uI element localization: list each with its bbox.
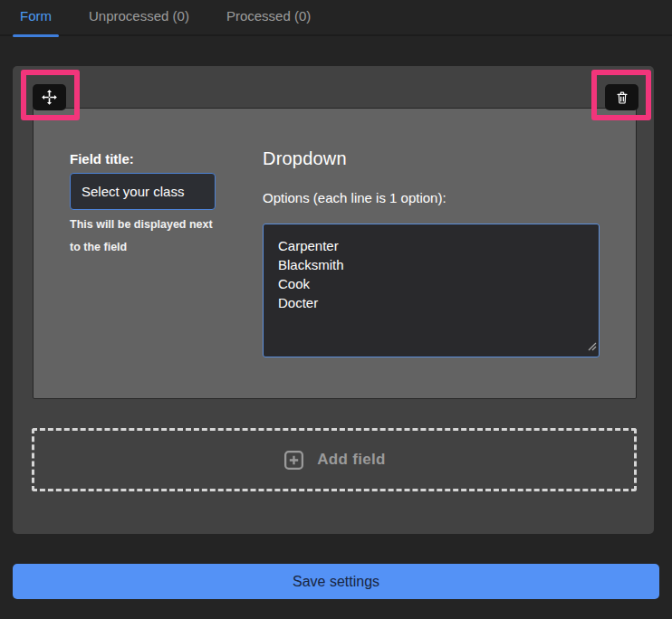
- plus-square-icon: [283, 449, 305, 471]
- tab-form[interactable]: Form: [13, 0, 59, 35]
- trash-icon: [615, 90, 629, 105]
- field-title-input[interactable]: [70, 173, 216, 210]
- tab-processed[interactable]: Processed (0): [219, 0, 318, 35]
- save-settings-button[interactable]: Save settings: [13, 564, 659, 599]
- options-textarea[interactable]: Carpenter Blacksmith Cook Docter: [263, 224, 600, 357]
- form-builder-panel: Field title: This will be displayed next…: [13, 66, 654, 534]
- field-type-heading: Dropdown: [263, 148, 347, 169]
- options-label: Options (each line is 1 option):: [263, 190, 446, 205]
- add-field-button[interactable]: Add field: [32, 428, 637, 491]
- tab-bar: Form Unprocessed (0) Processed (0): [0, 0, 672, 36]
- field-title-help-text: This will be displayed next to the field: [70, 214, 226, 259]
- delete-field-button[interactable]: [605, 84, 638, 110]
- move-field-button[interactable]: [33, 84, 66, 110]
- field-title-label: Field title:: [70, 151, 134, 167]
- add-field-label: Add field: [317, 451, 385, 469]
- move-icon: [41, 89, 58, 106]
- tab-unprocessed[interactable]: Unprocessed (0): [82, 0, 197, 35]
- options-textarea-wrap: Carpenter Blacksmith Cook Docter: [263, 224, 600, 357]
- field-editor-card: Field title: This will be displayed next…: [33, 108, 637, 399]
